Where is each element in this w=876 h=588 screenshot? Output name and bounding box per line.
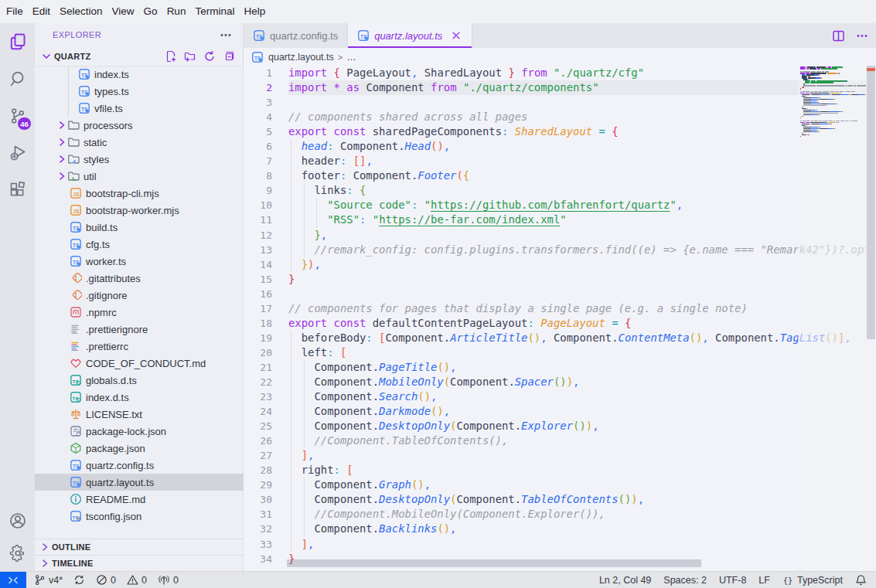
tree-item-bootstrap-worker.mjs[interactable]: JSbootstrap-worker.mjs (35, 202, 244, 219)
status-typescript[interactable]: {}TypeScript (782, 574, 843, 586)
activitybar-extensions[interactable] (0, 172, 35, 209)
collapse-all-icon[interactable] (223, 50, 235, 63)
tree-item-build.ts[interactable]: TSbuild.ts (35, 219, 244, 236)
menu-item-file[interactable]: File (2, 0, 28, 23)
menu-item-edit[interactable]: Edit (28, 0, 55, 23)
status-bell[interactable] (855, 574, 867, 586)
code-line-21[interactable]: 21 Component.PageTitle(), (244, 360, 866, 375)
menu-item-selection[interactable]: Selection (55, 0, 107, 23)
menu-item-go[interactable]: Go (139, 0, 162, 23)
tree-item-styles[interactable]: styles (35, 151, 244, 168)
activitybar-settings[interactable] (0, 537, 35, 569)
code-line-11[interactable]: 11 "RSS": "https://be-far.com/index.xml" (244, 212, 866, 227)
horizontal-scrollbar-thumb[interactable] (287, 559, 701, 567)
status-warning-3[interactable]: 0 (127, 574, 147, 586)
tab-quartz.layout.ts[interactable]: TSquartz.layout.ts (348, 23, 472, 48)
code-line-30[interactable]: 30 Component.DesktopOnly(Component.Table… (244, 492, 866, 507)
menu-item-help[interactable]: Help (239, 0, 270, 23)
code-line-31[interactable]: 31 //Component.MobileOnly(Component.Expl… (244, 507, 866, 522)
tree-item-worker.ts[interactable]: TSworker.ts (35, 253, 244, 270)
code-line-2[interactable]: 2import * as Component from "./quartz/co… (244, 80, 866, 95)
code-line-1[interactable]: 1import { PageLayout, SharedLayout } fro… (244, 66, 866, 80)
code-line-22[interactable]: 22 Component.MobileOnly(Component.Spacer… (244, 375, 866, 389)
code-line-8[interactable]: 8 footer: Component.Footer({ (244, 168, 866, 183)
folder-section-header[interactable]: QUARTZ (35, 46, 243, 66)
code-line-24[interactable]: 24 Component.Darkmode(), (244, 404, 866, 419)
menu-item-view[interactable]: View (107, 0, 139, 23)
code-line-28[interactable]: 28 right: [ (244, 463, 866, 478)
status-ln-2-col-49[interactable]: Ln 2, Col 49 (599, 575, 651, 586)
tree-item-quartz.config.ts[interactable]: TSquartz.config.ts (35, 457, 244, 474)
tree-item-package-lock.json[interactable]: package-lock.json (35, 423, 244, 440)
status-lf[interactable]: LF (758, 575, 770, 586)
breadcrumb-symbol[interactable]: … (346, 52, 356, 63)
split-editor-icon[interactable] (832, 29, 845, 42)
status-utf-8[interactable]: UTF-8 (719, 575, 746, 586)
status-sync-1[interactable] (73, 574, 85, 586)
code-line-4[interactable]: 4// components shared across all pages (244, 110, 866, 124)
tree-item-code-of-conduct.md[interactable]: CODE_OF_CONDUCT.md (35, 355, 244, 372)
tree-item-.gitignore[interactable]: .gitignore (35, 287, 244, 304)
code-line-23[interactable]: 23 Component.Search(), (244, 389, 866, 404)
tree-item-.prettierignore[interactable]: .prettierignore (35, 321, 244, 338)
vertical-scrollbar[interactable] (866, 66, 876, 571)
activitybar-accounts[interactable] (0, 505, 35, 537)
sidebar-section-timeline[interactable]: TIMELINE (35, 555, 244, 571)
tree-item-index.d.ts[interactable]: TSindex.d.ts (35, 389, 244, 406)
new-folder-icon[interactable] (184, 50, 196, 63)
code-line-18[interactable]: 18export const defaultContentPageLayout:… (244, 316, 866, 331)
code-line-19[interactable]: 19 beforeBody: [Component.ArticleTitle()… (244, 331, 866, 345)
tree-item-.gitattributes[interactable]: .gitattributes (35, 270, 244, 287)
menu-item-run[interactable]: Run (162, 0, 191, 23)
code-editor[interactable]: 1import { PageLayout, SharedLayout } fro… (244, 66, 876, 571)
sidebar-more-icon[interactable] (220, 29, 232, 41)
activitybar-explorer[interactable] (0, 23, 35, 60)
vertical-scrollbar-thumb[interactable] (867, 66, 875, 339)
code-line-9[interactable]: 9 links: { (244, 183, 866, 198)
tree-item-.npmrc[interactable]: .npmrc (35, 304, 244, 321)
minimap[interactable] (798, 66, 866, 571)
tree-item-readme.md[interactable]: README.md (35, 491, 244, 508)
status-spaces-2[interactable]: Spaces: 2 (663, 575, 707, 586)
tree-item-bootstrap-cli.mjs[interactable]: JSbootstrap-cli.mjs (35, 185, 244, 202)
refresh-icon[interactable] (203, 50, 216, 63)
tree-item-globals.d.ts[interactable]: TSglobals.d.ts (35, 372, 244, 389)
tree-item-.prettierrc[interactable]: .prettierrc (35, 338, 244, 355)
tree-item-tsconfig.json[interactable]: TStsconfig.json (35, 508, 244, 525)
code-line-5[interactable]: 5export const sharedPageComponents: Shar… (244, 124, 866, 139)
code-line-12[interactable]: 12 }, (244, 228, 866, 243)
tree-item-vfile.ts[interactable]: TSvfile.ts (35, 100, 244, 117)
remote-indicator[interactable] (0, 572, 26, 588)
code-line-26[interactable]: 26 //Component.TableOfContents(), (244, 433, 866, 448)
tree-item-license.txt[interactable]: LICENSE.txt (35, 406, 244, 423)
code-line-10[interactable]: 10 "Source code": "https://github.com/bf… (244, 198, 866, 212)
breadcrumb-file[interactable]: quartz.layout.ts (268, 52, 334, 63)
status-radio-4[interactable]: 0 (158, 574, 179, 586)
status-branch-0[interactable]: v4* (34, 574, 63, 586)
code-line-27[interactable]: 27 ], (244, 448, 866, 463)
code-line-6[interactable]: 6 head: Component.Head(), (244, 139, 866, 154)
activitybar-run-debug[interactable] (0, 134, 35, 172)
code-line-32[interactable]: 32 Component.Backlinks(), (244, 522, 866, 536)
code-line-25[interactable]: 25 Component.DesktopOnly(Component.Explo… (244, 419, 866, 433)
code-line-29[interactable]: 29 Component.Graph(), (244, 478, 866, 492)
code-line-20[interactable]: 20 left: [ (244, 345, 866, 360)
code-line-33[interactable]: 33 ], (244, 537, 866, 552)
new-file-icon[interactable] (165, 50, 177, 63)
activitybar-source-control[interactable]: 46 (0, 97, 35, 134)
menu-item-terminal[interactable]: Terminal (190, 0, 239, 23)
code-line-14[interactable]: 14 }), (244, 257, 866, 272)
activitybar-search[interactable] (0, 60, 35, 97)
code-line-7[interactable]: 7 header: [], (244, 154, 866, 168)
tree-item-index.ts[interactable]: TSindex.ts (35, 66, 244, 83)
close-icon[interactable] (450, 29, 462, 42)
tree-item-package.json[interactable]: package.json (35, 440, 244, 457)
tree-item-util[interactable]: util (35, 168, 244, 185)
sidebar-section-outline[interactable]: OUTLINE (35, 539, 244, 555)
code-line-17[interactable]: 17// components for pages that display a… (244, 301, 866, 316)
tree-item-static[interactable]: static (35, 134, 244, 151)
code-line-16[interactable]: 16 (244, 287, 866, 301)
code-line-13[interactable]: 13 //remark_config: config.plugins.trans… (244, 243, 866, 257)
tree-item-cfg.ts[interactable]: TScfg.ts (35, 236, 244, 253)
tree-item-types.ts[interactable]: TStypes.ts (35, 83, 244, 100)
